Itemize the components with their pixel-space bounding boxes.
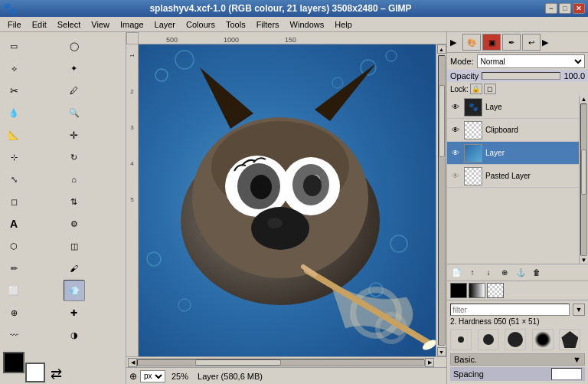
lock-pixels-btn[interactable]: 🔒 — [470, 84, 482, 94]
undo-icon[interactable]: ↩ — [522, 34, 541, 51]
scroll-right-arrow[interactable]: ▶ — [450, 38, 461, 47]
brush-swatch-1[interactable] — [450, 329, 472, 350]
scissors-tool[interactable]: ✂ — [3, 80, 24, 101]
layers-icon[interactable]: ▣ — [482, 34, 501, 51]
pattern-mini[interactable] — [487, 283, 504, 298]
scale-tool[interactable]: ⤡ — [3, 169, 24, 190]
layers-list: 👁 🐾 Laye 👁 Clipboard — [447, 96, 579, 264]
bucket-fill-tool[interactable]: ⬡ — [3, 235, 24, 257]
brush-category[interactable]: Basic. ▼ — [450, 353, 585, 366]
free-select-tool[interactable]: ⟡ — [3, 57, 24, 79]
layer-visibility-btn[interactable]: 👁 — [450, 148, 461, 159]
layer-item[interactable]: 👁 Clipboard — [447, 119, 579, 142]
brush-swatch-5[interactable] — [559, 329, 580, 350]
rect-select-tool[interactable]: ▭ — [3, 35, 24, 57]
duplicate-layer-btn[interactable]: ⊕ — [497, 266, 512, 280]
gradient-mini[interactable] — [469, 283, 485, 298]
layers-scroll-thumb[interactable] — [581, 149, 586, 195]
menu-item-windows[interactable]: Windows — [286, 18, 329, 31]
scroll-more-right[interactable]: ▶ — [542, 38, 553, 47]
brush-filter-input[interactable] — [450, 304, 570, 316]
layer-item[interactable]: 👁 Pasted Layer — [447, 165, 579, 188]
dodge-burn-tool[interactable]: ◑ — [64, 324, 85, 346]
brush-swatch-2[interactable] — [478, 329, 499, 350]
menu-item-colours[interactable]: Colours — [181, 18, 220, 31]
hscroll-thumb[interactable] — [195, 359, 281, 366]
layers-vscroll[interactable]: ▲ ▼ — [579, 96, 588, 264]
menu-item-layer[interactable]: Layer — [150, 18, 181, 31]
vscroll-down-btn[interactable]: ▼ — [437, 347, 446, 356]
crop-tool[interactable]: ⊹ — [3, 146, 24, 168]
menu-item-select[interactable]: Select — [53, 18, 86, 31]
menu-item-view[interactable]: View — [87, 18, 114, 31]
vertical-scrollbar[interactable]: ▲ ▼ — [436, 44, 446, 356]
fg-color-mini[interactable] — [450, 283, 467, 298]
brush-filter-btn[interactable]: ▼ — [573, 304, 585, 316]
swap-colors-icon[interactable]: ⇄ — [51, 366, 62, 382]
pencil-tool[interactable]: ✏ — [3, 258, 24, 279]
delete-layer-btn[interactable]: 🗑 — [529, 266, 544, 280]
canvas-viewport[interactable] — [139, 44, 436, 356]
layers-scroll-track[interactable] — [580, 103, 587, 256]
layers-scroll-down[interactable]: ▼ — [580, 257, 588, 264]
brush-swatch-3[interactable] — [505, 329, 526, 350]
menu-item-image[interactable]: Image — [116, 18, 149, 31]
anchor-layer-btn[interactable]: ⚓ — [513, 266, 528, 280]
brush-swatch-4[interactable] — [532, 329, 554, 350]
menu-item-filters[interactable]: Filters — [252, 18, 284, 31]
blend-tool[interactable]: ◫ — [64, 235, 85, 257]
hscroll-left-btn[interactable]: ◀ — [128, 358, 137, 367]
vscroll-up-btn[interactable]: ▲ — [437, 44, 446, 54]
layers-scroll-up[interactable]: ▲ — [580, 96, 588, 103]
background-color[interactable] — [25, 363, 45, 382]
layer-visibility-btn[interactable]: 👁 — [450, 171, 461, 182]
clone-tool[interactable]: ⊕ — [3, 302, 24, 323]
lock-alpha-btn[interactable]: ◻ — [484, 84, 496, 94]
color-picker-tool[interactable]: 💧 — [3, 102, 24, 123]
spacing-row: Spacing 10.0 — [450, 367, 585, 381]
layer-visibility-btn[interactable]: 👁 — [450, 125, 461, 136]
minimize-button[interactable]: − — [545, 3, 557, 14]
rotate-tool[interactable]: ↻ — [64, 146, 85, 168]
ellipse-select-tool[interactable]: ◯ — [64, 35, 85, 57]
vscroll-thumb[interactable] — [439, 85, 445, 157]
foreground-color[interactable] — [3, 352, 24, 373]
new-layer-btn[interactable]: 📄 — [449, 266, 464, 280]
hscroll-right-btn[interactable]: ▶ — [425, 358, 434, 367]
layers-panel: 👁 🐾 Laye 👁 Clipboard — [447, 96, 588, 264]
lower-layer-btn[interactable]: ↓ — [481, 266, 496, 280]
path-tool[interactable]: 🖊 — [64, 80, 85, 101]
shear-tool[interactable]: ⌂ — [64, 169, 85, 190]
smudge-tool[interactable]: 〰 — [3, 324, 24, 346]
layer-visibility-btn[interactable]: 👁 — [450, 102, 461, 113]
airbrush-tool[interactable]: 💨 — [64, 280, 85, 301]
menu-item-help[interactable]: Help — [330, 18, 357, 31]
heal-tool[interactable]: ✚ — [64, 302, 85, 323]
color-icon[interactable]: 🎨 — [462, 34, 481, 51]
menu-item-file[interactable]: File — [3, 18, 26, 31]
layer-mode-select[interactable]: Normal — [477, 54, 585, 68]
move-tool[interactable]: ✛ — [64, 124, 85, 146]
fuzzy-select-tool[interactable]: ✦ — [64, 57, 85, 79]
measure-tool[interactable]: 📐 — [3, 124, 24, 146]
layer-item-active[interactable]: 👁 Layer — [447, 142, 579, 165]
zoom-unit-select[interactable]: px — [140, 370, 165, 382]
layer-item[interactable]: 👁 🐾 Laye — [447, 96, 579, 119]
vscroll-track[interactable] — [438, 55, 446, 346]
paintbrush-tool[interactable]: 🖌 — [64, 258, 85, 279]
menu-item-tools[interactable]: Tools — [221, 18, 250, 31]
transform-tool[interactable]: ⚙ — [64, 213, 85, 235]
flip-tool[interactable]: ⇅ — [64, 191, 85, 212]
eraser-tool[interactable]: ⬜ — [3, 280, 24, 301]
zoom-tool[interactable]: 🔍 — [64, 102, 85, 123]
spacing-input[interactable]: 10.0 — [551, 368, 582, 380]
hscroll-track[interactable] — [137, 359, 425, 366]
close-button[interactable]: ✕ — [573, 3, 585, 14]
perspective-tool[interactable]: ◻ — [3, 191, 24, 212]
opacity-slider[interactable] — [482, 72, 560, 80]
paths-icon[interactable]: ✒ — [502, 34, 521, 51]
maximize-button[interactable]: □ — [559, 3, 571, 14]
text-tool[interactable]: A — [3, 213, 24, 235]
raise-layer-btn[interactable]: ↑ — [465, 266, 480, 280]
menu-item-edit[interactable]: Edit — [28, 18, 51, 31]
